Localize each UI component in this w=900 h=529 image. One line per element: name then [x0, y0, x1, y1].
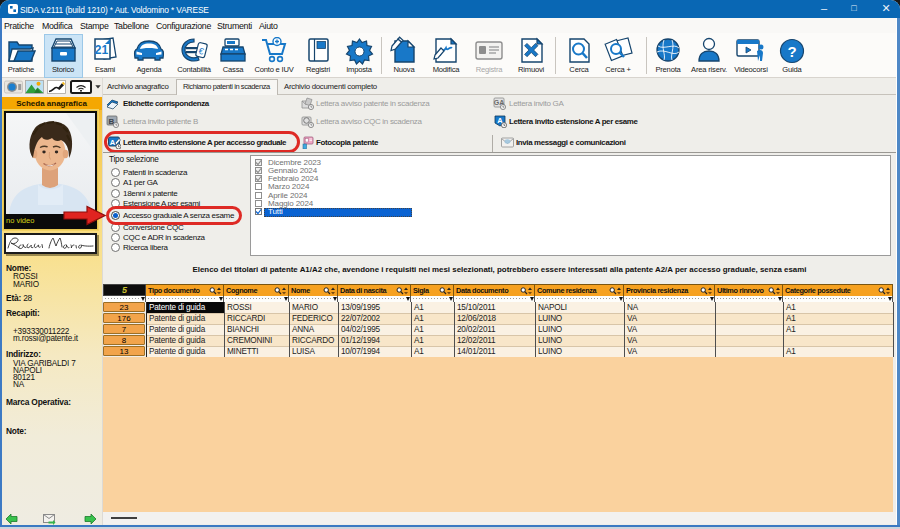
svg-text:?: ? [787, 43, 796, 60]
svg-text:21: 21 [95, 43, 109, 57]
